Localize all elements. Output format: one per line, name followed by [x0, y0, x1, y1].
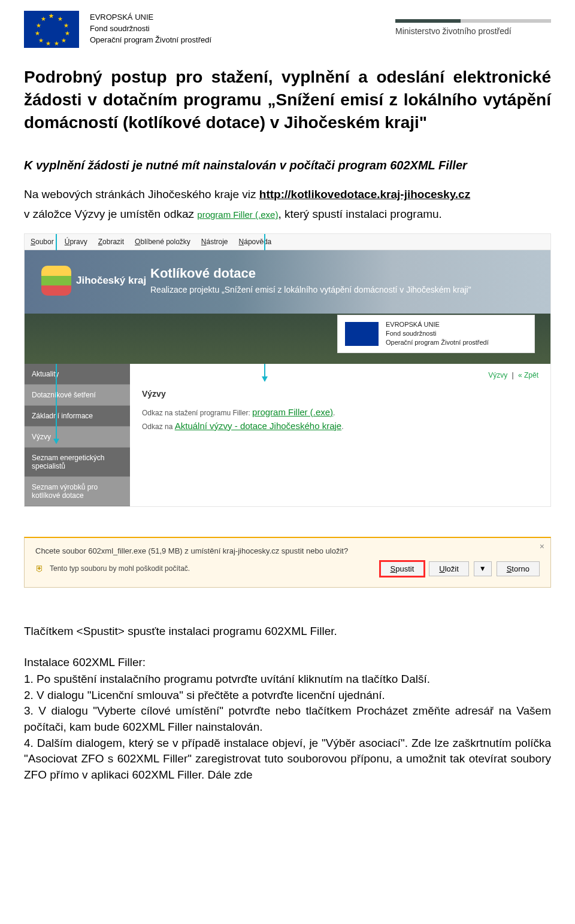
install-step: 2. V dialogu "Licenční smlouva" si přečt… [24, 688, 551, 704]
intro-text-2a: v záložce Výzvy je umístěn odkaz [24, 208, 197, 220]
spustit-instruction: Tlačítkem <Spustit> spusťte instalaci pr… [24, 624, 551, 640]
storno-button[interactable]: Storno [497, 561, 540, 576]
ulozit-button[interactable]: Uložit [429, 561, 469, 576]
install-step-4: 4. Dalším dialogem, který se v případě i… [24, 735, 551, 783]
sidebar-item-aktuality[interactable]: Aktuality [25, 364, 130, 385]
browser-menubar: Soubor Úpravy Zobrazit Oblíbené položky … [25, 234, 550, 250]
eu-box-line3: Operační program Životní prostředí [386, 338, 489, 347]
sidebar-item-dotaznik[interactable]: Dotazníkové šetření [25, 385, 130, 406]
eu-flag-icon [345, 322, 379, 346]
eu-line1: EVROPSKÁ UNIE [90, 12, 211, 23]
content-line1-text: Odkaz na stažení programu Filler: [142, 409, 252, 417]
menu-item[interactable]: Nápověda [239, 238, 272, 246]
eu-line3: Operační program Životní prostředí [90, 35, 211, 46]
region-name: Jihočeský kraj [76, 275, 146, 287]
banner-title: Kotlíkové dotace [150, 266, 471, 281]
install-step: 3. V dialogu "Vyberte cílové umístění" p… [24, 703, 551, 735]
sidebar-item-vyzvy[interactable]: Výzvy [25, 427, 130, 448]
intro-text-2b: , který spustí instalaci programu. [278, 208, 442, 220]
content-filler-link[interactable]: program Filler (.exe) [252, 407, 333, 417]
sidebar-item-vyrobku[interactable]: Seznam výrobků pro kotlíkové dotace [25, 477, 130, 506]
download-question: Chcete soubor 602xml_filler.exe (51,9 MB… [35, 546, 540, 555]
ministry-label: Ministerstvo životního prostředí [395, 26, 551, 36]
site-sidebar: Aktuality Dotazníkové šetření Základní i… [25, 364, 130, 506]
kotlikove-url-link[interactable]: http://kotlikovedotace.kraj-jihocesky.cz [259, 188, 470, 200]
menu-item[interactable]: Úpravy [65, 238, 87, 246]
page-header: ★ ★ ★ ★ ★ ★ ★ ★ ★ ★ ★ ★ EVROPSKÁ UNIE Fo… [24, 11, 551, 48]
content-line2-text: Odkaz na [142, 423, 175, 431]
banner-subtitle: Realizace projektu „Snížení emisí z loká… [150, 285, 471, 294]
eu-box-line1: EVROPSKÁ UNIE [386, 320, 489, 329]
download-warning: Tento typ souboru by mohl poškodit počít… [50, 564, 190, 573]
eu-box-line2: Fond soudržnosti [386, 329, 489, 338]
region-logo-icon [41, 266, 71, 296]
site-banner: Jihočeský kraj Kotlíkové dotace Realizac… [25, 250, 550, 364]
eu-funding-box: EVROPSKÁ UNIE Fond soudržnosti Operační … [337, 315, 535, 353]
breadcrumb-sep: | [512, 371, 514, 379]
content-vyzvy-link[interactable]: Aktuální výzvy - dotace Jihočeského kraj… [175, 421, 341, 431]
download-notification-bar: × Chcete soubor 602xml_filler.exe (51,9 … [24, 537, 551, 588]
breadcrumb-vyzvy[interactable]: Výzvy [488, 371, 507, 379]
menu-item[interactable]: Soubor [31, 238, 54, 246]
sidebar-item-specialistu[interactable]: Seznam energetických specialistů [25, 448, 130, 477]
ministry-block: Ministerstvo životního prostředí [395, 11, 551, 36]
page-title: Podrobný postup pro stažení, vyplnění a … [24, 66, 551, 133]
menu-item[interactable]: Zobrazit [98, 238, 124, 246]
sidebar-item-info[interactable]: Základní informace [25, 406, 130, 427]
eu-flag-icon: ★ ★ ★ ★ ★ ★ ★ ★ ★ ★ ★ ★ [24, 11, 79, 48]
install-step: 1. Po spuštění instalačního programu pot… [24, 671, 551, 688]
embedded-browser-screenshot: Soubor Úpravy Zobrazit Oblíbené položky … [24, 233, 551, 507]
install-section-title: Instalace 602XML Filler: [24, 656, 551, 669]
ministry-bar-icon [395, 19, 551, 23]
content-heading: Výzvy [142, 389, 538, 399]
menu-item[interactable]: Oblíbené položky [135, 238, 190, 246]
program-filler-inline-link[interactable]: program Filler (.exe) [197, 209, 278, 220]
install-steps: 1. Po spuštění instalačního programu pot… [24, 671, 551, 735]
page-subtitle: K vyplnění žádosti je nutné mít nainstal… [24, 157, 551, 174]
breadcrumb-back[interactable]: « Zpět [518, 371, 538, 379]
spustit-button[interactable]: Spustit [380, 561, 425, 576]
site-content: Výzvy | « Zpět Výzvy Odkaz na stažení pr… [130, 364, 550, 506]
ulozit-dropdown-icon[interactable]: ▼ [474, 561, 492, 576]
close-icon[interactable]: × [540, 542, 544, 551]
eu-program-text: EVROPSKÁ UNIE Fond soudržnosti Operační … [90, 11, 211, 46]
shield-warning-icon: ⛨ [35, 564, 44, 573]
menu-item[interactable]: Nástroje [201, 238, 228, 246]
intro-text-1a: Na webových stránkách Jihočeského kraje … [24, 188, 259, 200]
eu-line2: Fond soudržnosti [90, 23, 211, 35]
